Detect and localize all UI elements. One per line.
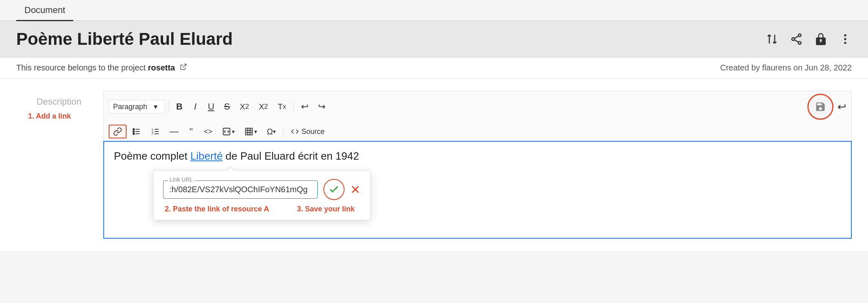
svg-point-1 [792, 38, 795, 41]
main-content: Description 1. Add a link Paragraph ▾ [0, 79, 868, 251]
page-title: Poème Liberté Paul Eluard [16, 29, 233, 49]
undo-button[interactable]: ↩ [297, 100, 312, 114]
svg-rect-22 [246, 128, 253, 135]
lock-icon[interactable] [814, 33, 827, 46]
doc-header: Poème Liberté Paul Eluard [0, 21, 868, 57]
special-char-button[interactable]: Ω ▾ [263, 125, 280, 138]
toolbar-row-2: 1. 2. 3. — " <> ▾ [103, 122, 852, 141]
link-hint-save: 3. Save your link [297, 205, 355, 213]
svg-point-0 [798, 34, 801, 37]
link-url-input[interactable] [163, 180, 318, 199]
redo-button[interactable]: ↪ [314, 100, 329, 114]
svg-point-6 [844, 38, 846, 40]
strikethrough-button[interactable]: S [220, 100, 234, 114]
table-chevron: ▾ [254, 128, 257, 135]
header-actions [765, 33, 852, 46]
horizontal-rule-button[interactable]: — [166, 125, 183, 138]
table-button[interactable]: ▾ [240, 125, 261, 138]
svg-line-8 [183, 64, 186, 67]
italic-button[interactable]: I [188, 100, 202, 114]
sort-icon[interactable] [765, 33, 779, 46]
link-cancel-button[interactable]: ✕ [350, 182, 360, 197]
share-icon[interactable] [790, 33, 803, 46]
code-button[interactable]: <> [200, 125, 216, 138]
editor-content[interactable]: Poème complet Liberté de Paul Eluard écr… [103, 141, 852, 239]
link-url-field: Link URL ✕ [163, 179, 360, 200]
subscript-button[interactable]: X2 [236, 100, 253, 114]
chevron-down-icon: ▾ [154, 102, 157, 111]
toolbar-and-editor: 1. Add a link Paragraph ▾ B I U S X2 [103, 91, 852, 239]
tab-bar: Document [0, 0, 868, 21]
svg-text:3.: 3. [152, 132, 154, 135]
more-icon[interactable] [839, 33, 852, 46]
toolbar: Paragraph ▾ B I U S X2 X2 Tx ↩ ↪ [103, 91, 852, 122]
divider-1 [168, 101, 169, 112]
created-text: Created by flaurens on Jun 28, 2022 [720, 63, 852, 72]
embed-button[interactable]: ▾ [218, 125, 239, 138]
link-popup: Link URL ✕ 2. Paste the link o [153, 170, 371, 220]
link-url-label: Link URL [168, 176, 195, 183]
numbered-list-button[interactable]: 1. 2. 3. [147, 125, 164, 138]
paragraph-select[interactable]: Paragraph ▾ [109, 100, 165, 114]
embed-chevron: ▾ [232, 128, 235, 135]
svg-point-7 [844, 42, 846, 44]
belongs-text: This resource belongs to the project ros… [16, 63, 187, 72]
underline-button[interactable]: U [204, 100, 218, 114]
save-button[interactable] [807, 94, 833, 120]
sub-header: This resource belongs to the project ros… [0, 57, 868, 79]
link-hints-row: 2. Paste the link of resource A 3. Save … [163, 205, 360, 213]
undo-after-save-button[interactable]: ↩ [837, 101, 846, 113]
svg-point-14 [133, 133, 135, 135]
editor-text: Poème complet Liberté de Paul Eluard écr… [114, 150, 841, 162]
divider-3 [283, 126, 284, 137]
link-hint-paste: 2. Paste the link of resource A [165, 205, 269, 213]
quote-button[interactable]: " [184, 125, 198, 138]
external-link-icon[interactable] [180, 63, 187, 70]
save-area: ↩ [807, 94, 846, 120]
divider-2 [293, 101, 294, 112]
svg-point-5 [844, 34, 846, 36]
add-link-annotation: 1. Add a link [28, 112, 71, 121]
superscript-button[interactable]: X2 [255, 100, 272, 114]
page-container: Document Poème Liberté Paul Eluard [0, 0, 868, 303]
highlighted-word: Liberté [190, 150, 223, 162]
field-label: Description [16, 91, 81, 107]
svg-point-2 [798, 42, 801, 44]
bold-button[interactable]: B [172, 100, 187, 114]
svg-line-4 [794, 36, 798, 39]
source-button[interactable]: Source [287, 125, 329, 138]
clear-format-button[interactable]: Tx [274, 100, 290, 114]
bullet-list-button[interactable] [128, 125, 145, 138]
svg-point-12 [133, 131, 135, 132]
svg-line-3 [794, 40, 798, 42]
svg-point-10 [133, 129, 135, 130]
tab-document[interactable]: Document [16, 1, 73, 20]
link-button[interactable] [109, 125, 126, 138]
link-confirm-button[interactable] [323, 179, 345, 200]
